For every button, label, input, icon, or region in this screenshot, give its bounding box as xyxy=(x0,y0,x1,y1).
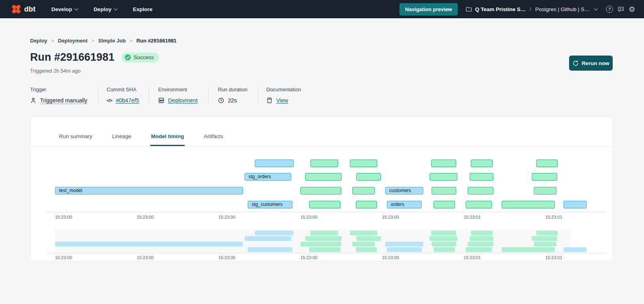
documentation-view-link[interactable]: View xyxy=(276,97,288,104)
trigger-value[interactable]: Triggered manually xyxy=(40,97,87,104)
gantt-bar[interactable] xyxy=(466,201,492,208)
overview-bar xyxy=(245,236,291,241)
gantt-bar[interactable] xyxy=(432,187,456,194)
gantt-bar[interactable] xyxy=(350,160,377,167)
tab-model-timing[interactable]: Model timing xyxy=(150,133,185,146)
breadcrumb-separator: > xyxy=(51,38,54,44)
gear-icon[interactable]: ⚙ xyxy=(629,6,635,13)
axis-tick-label: 15:23:00 xyxy=(382,215,399,219)
overview-axis-ticks: 15:23:0015:23:0015:23:0015:23:0015:23:00… xyxy=(55,255,587,261)
overview-bar xyxy=(536,231,558,235)
axis-tick-label: 15:23:00 xyxy=(300,215,317,219)
gantt-bar-stg_orders[interactable]: stg_orders xyxy=(245,173,291,181)
gantt-bar[interactable] xyxy=(356,201,377,208)
gantt-bar-customers[interactable]: customers xyxy=(385,187,423,194)
breadcrumb-deployment[interactable]: Deployment xyxy=(58,38,87,44)
overview-bar xyxy=(434,247,455,252)
breadcrumb: Deploy > Deployment > SImple Job > Run #… xyxy=(30,38,176,44)
gantt-bar-stg_customers[interactable]: stg_customers xyxy=(248,201,292,208)
gantt-bar[interactable] xyxy=(564,201,587,208)
gantt-bar[interactable] xyxy=(534,187,556,194)
axis-tick-label: 15:23:00 xyxy=(137,215,154,219)
menu-develop[interactable]: Develop xyxy=(52,6,78,12)
gantt-bar-test_model[interactable]: test_model xyxy=(55,187,243,194)
chevron-down-icon xyxy=(75,7,78,11)
tab-run-summary[interactable]: Run summary xyxy=(58,133,93,146)
person-icon xyxy=(30,97,36,104)
account-project-selector[interactable]: Q Team Pristine S… / Postgres | Github |… xyxy=(466,6,597,12)
gantt-bar[interactable] xyxy=(468,187,493,194)
tab-lineage[interactable]: Lineage xyxy=(111,133,132,146)
gantt-bar[interactable] xyxy=(434,201,455,208)
overview-bar xyxy=(466,247,492,252)
overview-bar xyxy=(309,247,340,252)
overview-bar xyxy=(430,236,457,241)
dbt-logo-icon xyxy=(11,4,21,14)
overview-bar xyxy=(350,231,377,235)
overview-bar xyxy=(356,236,381,241)
gantt-bar[interactable] xyxy=(310,160,338,167)
model-timing-gantt: stg_orderstest_modelcustomersstg_custome… xyxy=(55,156,587,208)
environment-link[interactable]: Deployment xyxy=(168,97,198,104)
axis-tick-label: 15:23:00 xyxy=(137,255,154,260)
help-icon[interactable]: ? xyxy=(606,6,613,13)
chevron-down-icon xyxy=(594,7,598,11)
breadcrumb-deploy[interactable]: Deploy xyxy=(30,38,47,44)
account-separator: / xyxy=(529,6,532,12)
commit-sha-link[interactable]: #0b47ef5 xyxy=(116,97,139,104)
overview-brush[interactable] xyxy=(55,229,587,253)
detail-label: Trigger xyxy=(30,87,98,92)
gantt-bar[interactable] xyxy=(470,173,493,181)
gantt-bar[interactable] xyxy=(356,173,381,181)
gantt-bar[interactable] xyxy=(431,160,456,167)
gantt-bar[interactable] xyxy=(471,160,493,167)
gantt-axis-ticks: 15:23:0015:23:0015:23:0015:23:0015:23:00… xyxy=(55,215,587,220)
check-circle-icon xyxy=(125,54,131,60)
gantt-bar[interactable] xyxy=(352,187,375,194)
gantt-bar[interactable] xyxy=(300,187,341,194)
menu-explore[interactable]: Explore xyxy=(133,6,153,12)
gantt-bar[interactable] xyxy=(309,201,340,208)
detail-commit-sha: Commit SHA </> #0b47ef5 xyxy=(98,87,149,104)
overview-bar xyxy=(356,247,377,252)
overview-bar xyxy=(532,236,557,241)
overview-bar xyxy=(471,231,493,235)
gantt-bar[interactable] xyxy=(255,160,294,167)
breadcrumb-separator: > xyxy=(130,38,132,44)
database-icon xyxy=(158,97,164,104)
detail-label: Documentation xyxy=(266,87,301,92)
menu-deploy[interactable]: Deploy xyxy=(94,6,117,12)
gantt-bar[interactable] xyxy=(305,173,342,181)
overview-bar xyxy=(255,231,294,235)
gantt-bar[interactable] xyxy=(502,201,555,208)
gantt-bar-orders[interactable]: orders xyxy=(387,201,422,208)
refresh-icon xyxy=(573,60,579,66)
breadcrumb-run: Run #291661981 xyxy=(136,38,176,44)
overview-bar xyxy=(248,247,292,252)
overview-bar xyxy=(432,242,456,246)
account-name: Q Team Pristine S… xyxy=(475,6,526,12)
gantt-bar[interactable] xyxy=(532,173,557,181)
run-tabs: Run summary Lineage Model timing Artifac… xyxy=(31,117,612,146)
overview-bar xyxy=(470,236,493,241)
axis-tick-label: 15:23:00 xyxy=(55,255,72,260)
gantt-bar[interactable] xyxy=(536,160,558,167)
gantt-bar[interactable] xyxy=(430,173,457,181)
axis-tick-label: 15:23:00 xyxy=(218,255,235,260)
dbt-logo[interactable]: dbt xyxy=(11,4,36,14)
axis-tick-label: 15:23:00 xyxy=(55,215,72,219)
tab-artifacts[interactable]: Artifacts xyxy=(203,133,224,146)
rerun-now-button[interactable]: Rerun now xyxy=(569,56,613,71)
main-menu: Develop Deploy Explore xyxy=(52,6,153,12)
top-navbar: dbt Develop Deploy Explore Navigation pr… xyxy=(0,0,644,18)
detail-trigger: Trigger Triggered manually xyxy=(30,87,98,104)
feedback-icon[interactable] xyxy=(617,6,624,13)
status-badge: Success xyxy=(122,52,159,62)
gantt-axis-line xyxy=(47,212,606,212)
axis-tick-label: 15:23:01 xyxy=(464,215,481,219)
navigation-preview-button[interactable]: Navigation preview xyxy=(399,3,457,15)
overview-bar xyxy=(55,242,243,246)
breadcrumb-job[interactable]: SImple Job xyxy=(98,38,126,44)
overview-bar xyxy=(310,231,338,235)
axis-tick-label: 15:23:00 xyxy=(382,255,399,260)
